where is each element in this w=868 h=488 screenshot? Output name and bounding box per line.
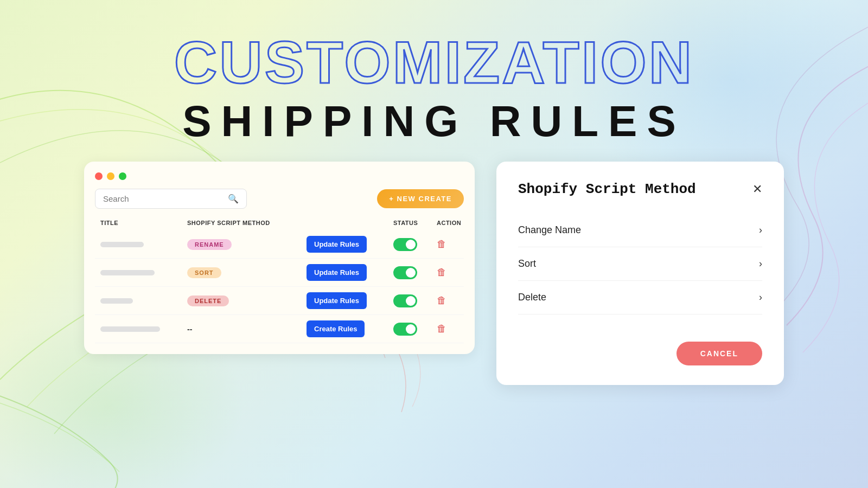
row-status bbox=[393, 323, 437, 336]
col-action-label bbox=[307, 220, 393, 226]
row-method: -- bbox=[187, 324, 307, 334]
trash-icon[interactable]: 🗑 bbox=[437, 239, 446, 249]
trash-icon[interactable]: 🗑 bbox=[437, 323, 446, 334]
modal-panel: Shopify Script Method ✕ Change Name › So… bbox=[496, 162, 784, 385]
modal-close-button[interactable]: ✕ bbox=[752, 183, 762, 195]
table-row: RENAME Update Rules 🗑 bbox=[95, 230, 464, 259]
status-toggle[interactable] bbox=[393, 323, 417, 336]
window-controls bbox=[95, 172, 464, 180]
modal-header: Shopify Script Method ✕ bbox=[518, 181, 762, 197]
modal-menu-label: Sort bbox=[518, 258, 536, 269]
modal-menu-item-sort[interactable]: Sort › bbox=[518, 247, 762, 281]
row-status bbox=[393, 266, 437, 279]
row-method: SORT bbox=[187, 267, 307, 278]
col-action: ACTION bbox=[437, 220, 469, 226]
row-title bbox=[100, 326, 187, 332]
title-area: CUSTOMIZATION SHIPPING RULES bbox=[0, 0, 868, 145]
table-row: DELETE Update Rules 🗑 bbox=[95, 287, 464, 315]
content-area: 🔍 + NEW CREATE TITLE SHOPIFY SCRIPT METH… bbox=[0, 145, 868, 385]
table-header-bar: 🔍 + NEW CREATE bbox=[95, 189, 464, 209]
modal-menu-item-change-name[interactable]: Change Name › bbox=[518, 214, 762, 247]
row-action-cell: Update Rules bbox=[307, 264, 393, 281]
col-title: TITLE bbox=[100, 220, 187, 226]
table-column-headers: TITLE SHOPIFY SCRIPT METHOD STATUS ACTIO… bbox=[95, 220, 464, 226]
status-toggle[interactable] bbox=[393, 266, 417, 279]
table-row: -- Create Rules 🗑 bbox=[95, 315, 464, 343]
row-delete: 🗑 bbox=[437, 267, 469, 278]
trash-icon[interactable]: 🗑 bbox=[437, 267, 446, 278]
create-rules-button[interactable]: Create Rules bbox=[307, 320, 365, 337]
new-create-button[interactable]: + NEW CREATE bbox=[377, 189, 464, 208]
update-rules-button[interactable]: Update Rules bbox=[307, 292, 367, 309]
window-minimize-btn[interactable] bbox=[107, 172, 114, 180]
chevron-right-icon: › bbox=[759, 292, 762, 303]
window-close-btn[interactable] bbox=[95, 172, 103, 180]
method-badge-sort: SORT bbox=[187, 267, 221, 278]
row-status bbox=[393, 238, 437, 251]
col-status: STATUS bbox=[393, 220, 437, 226]
shipping-rules-title: SHIPPING RULES bbox=[0, 98, 868, 145]
table-row: SORT Update Rules 🗑 bbox=[95, 259, 464, 287]
modal-menu-item-delete[interactable]: Delete › bbox=[518, 281, 762, 314]
table-panel: 🔍 + NEW CREATE TITLE SHOPIFY SCRIPT METH… bbox=[84, 162, 475, 354]
row-status bbox=[393, 294, 437, 307]
modal-menu-label: Change Name bbox=[518, 224, 581, 236]
row-method: RENAME bbox=[187, 239, 307, 250]
row-title bbox=[100, 270, 187, 275]
modal-title: Shopify Script Method bbox=[518, 181, 696, 197]
col-method: SHOPIFY SCRIPT METHOD bbox=[187, 220, 307, 226]
trash-icon[interactable]: 🗑 bbox=[437, 295, 446, 306]
search-icon: 🔍 bbox=[228, 194, 239, 204]
row-action-cell: Update Rules bbox=[307, 292, 393, 309]
row-delete: 🗑 bbox=[437, 295, 469, 306]
method-badge-dash: -- bbox=[187, 325, 192, 333]
status-toggle[interactable] bbox=[393, 294, 417, 307]
cancel-button[interactable]: CANCEL bbox=[676, 342, 762, 365]
search-input[interactable] bbox=[103, 194, 224, 203]
chevron-right-icon: › bbox=[759, 258, 762, 269]
row-delete: 🗑 bbox=[437, 323, 469, 335]
status-toggle[interactable] bbox=[393, 238, 417, 251]
row-title bbox=[100, 242, 187, 247]
method-badge-delete: DELETE bbox=[187, 296, 229, 306]
modal-menu-label: Delete bbox=[518, 292, 546, 303]
method-badge-rename: RENAME bbox=[187, 239, 232, 250]
chevron-right-icon: › bbox=[759, 224, 762, 236]
update-rules-button[interactable]: Update Rules bbox=[307, 264, 367, 281]
customization-title: CUSTOMIZATION bbox=[0, 33, 868, 92]
window-maximize-btn[interactable] bbox=[119, 172, 126, 180]
update-rules-button[interactable]: Update Rules bbox=[307, 236, 367, 253]
row-action-cell: Create Rules bbox=[307, 320, 393, 337]
search-box[interactable]: 🔍 bbox=[95, 189, 247, 209]
row-action-cell: Update Rules bbox=[307, 236, 393, 253]
row-delete: 🗑 bbox=[437, 239, 469, 250]
row-title bbox=[100, 298, 187, 304]
row-method: DELETE bbox=[187, 296, 307, 306]
